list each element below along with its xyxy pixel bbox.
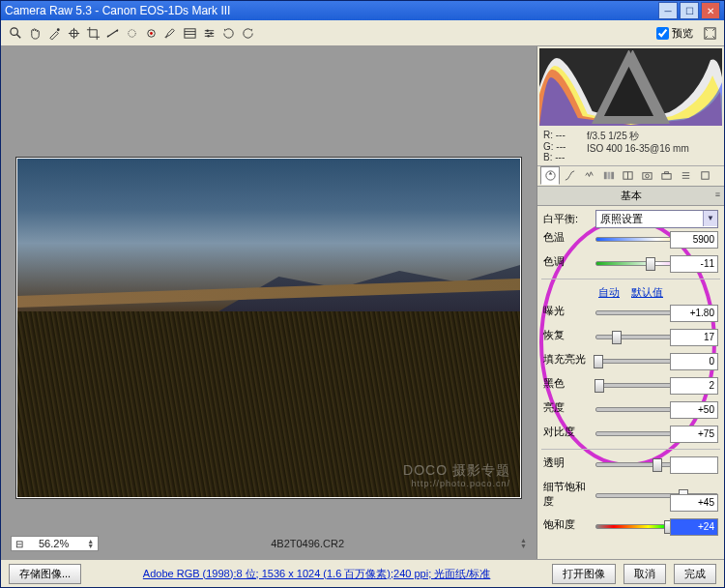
filename-label: 4B2T0496.CR2 xyxy=(99,538,516,549)
svg-rect-12 xyxy=(184,28,194,37)
preview-label: 预览 xyxy=(672,26,693,41)
zoom-level[interactable]: ⊟ 56.2% ▲▼ xyxy=(11,536,99,551)
open-image-button[interactable]: 打开图像 xyxy=(552,564,616,584)
done-button[interactable]: 完成 xyxy=(674,564,716,584)
tab-hsl[interactable] xyxy=(598,166,618,185)
auto-link[interactable]: 自动 xyxy=(598,286,620,298)
zoom-tool-icon[interactable] xyxy=(7,24,24,42)
sat-value[interactable]: +24 xyxy=(670,518,718,536)
tint-value[interactable]: -11 xyxy=(670,255,718,273)
tab-presets[interactable] xyxy=(676,166,695,185)
bright-value[interactable]: +50 xyxy=(670,401,718,419)
vib-value[interactable]: +45 xyxy=(670,494,718,512)
fill-value[interactable]: 0 xyxy=(670,353,718,370)
svg-rect-31 xyxy=(664,172,668,174)
rgb-readout: R: ---G: ---B: --- xyxy=(543,130,587,163)
straighten-tool-icon[interactable] xyxy=(103,24,121,42)
svg-point-2 xyxy=(56,28,59,31)
exp-value[interactable]: +1.80 xyxy=(670,305,718,322)
black-value[interactable]: 2 xyxy=(670,377,718,395)
minimize-button[interactable]: ─ xyxy=(658,2,678,19)
workflow-link[interactable]: Adobe RGB (1998):8 位; 1536 x 1024 (1.6 百… xyxy=(89,567,544,581)
chevron-down-icon: ▼ xyxy=(703,211,717,226)
tab-detail[interactable] xyxy=(579,166,598,185)
prefs-icon[interactable] xyxy=(200,24,218,42)
tab-curve[interactable] xyxy=(560,166,579,185)
tab-basic[interactable] xyxy=(540,166,560,185)
svg-point-11 xyxy=(150,32,153,35)
svg-rect-25 xyxy=(611,172,614,179)
preview-canvas[interactable]: DOCO 摄影专题 http://photo.poco.cn/ xyxy=(16,158,521,498)
tab-lens[interactable] xyxy=(637,166,656,185)
default-link[interactable]: 默认值 xyxy=(631,286,663,298)
spot-tool-icon[interactable] xyxy=(123,24,140,42)
svg-point-20 xyxy=(207,35,209,37)
svg-rect-24 xyxy=(607,172,610,179)
tab-snapshots[interactable] xyxy=(695,166,714,185)
svg-point-0 xyxy=(10,27,17,35)
panel-menu-icon[interactable]: ≡ xyxy=(715,190,720,199)
tab-split[interactable] xyxy=(618,166,637,185)
rotate-cw-icon[interactable] xyxy=(239,24,256,42)
svg-rect-23 xyxy=(603,172,606,179)
exif-readout: f/3.5 1/25 秒ISO 400 16-35@16 mm xyxy=(587,130,718,163)
clar-value[interactable] xyxy=(670,456,718,474)
svg-rect-35 xyxy=(701,172,708,179)
svg-point-29 xyxy=(645,174,649,178)
window-title: Camera Raw 5.3 - Canon EOS-1Ds Mark III xyxy=(5,4,230,17)
grad-filter-icon[interactable] xyxy=(181,24,198,42)
svg-rect-30 xyxy=(661,174,670,180)
preview-checkbox[interactable]: 预览 xyxy=(656,26,693,41)
crop-tool-icon[interactable] xyxy=(84,24,102,42)
svg-line-1 xyxy=(16,34,20,38)
fullscreen-icon[interactable] xyxy=(701,24,718,42)
cancel-button[interactable]: 取消 xyxy=(624,564,666,584)
svg-point-9 xyxy=(128,29,135,37)
svg-point-7 xyxy=(106,35,108,37)
wb-label: 白平衡: xyxy=(543,212,592,226)
recov-value[interactable]: 17 xyxy=(670,329,718,346)
contr-value[interactable]: +75 xyxy=(670,426,718,443)
watermark: DOCO 摄影专题 http://photo.poco.cn/ xyxy=(403,462,510,489)
wb-tool-icon[interactable] xyxy=(45,24,63,42)
redeye-tool-icon[interactable] xyxy=(142,24,160,42)
adjust-brush-icon[interactable] xyxy=(161,24,179,42)
color-sampler-icon[interactable] xyxy=(65,24,82,42)
svg-point-19 xyxy=(210,32,212,34)
rotate-ccw-icon[interactable] xyxy=(219,24,237,42)
temp-value[interactable]: 5900 xyxy=(670,231,718,249)
histogram[interactable] xyxy=(539,48,722,126)
nav-arrows[interactable]: ▲▼ xyxy=(520,538,527,549)
hand-tool-icon[interactable] xyxy=(26,24,44,42)
maximize-button[interactable]: ☐ xyxy=(680,2,699,19)
save-image-button[interactable]: 存储图像... xyxy=(9,564,81,584)
svg-point-18 xyxy=(206,29,208,31)
svg-point-8 xyxy=(116,29,118,31)
close-button[interactable]: ✕ xyxy=(701,2,720,19)
tab-camera[interactable] xyxy=(656,166,676,185)
panel-title: 基本 ≡ xyxy=(537,187,724,206)
wb-select[interactable]: 原照设置▼ xyxy=(595,210,718,228)
